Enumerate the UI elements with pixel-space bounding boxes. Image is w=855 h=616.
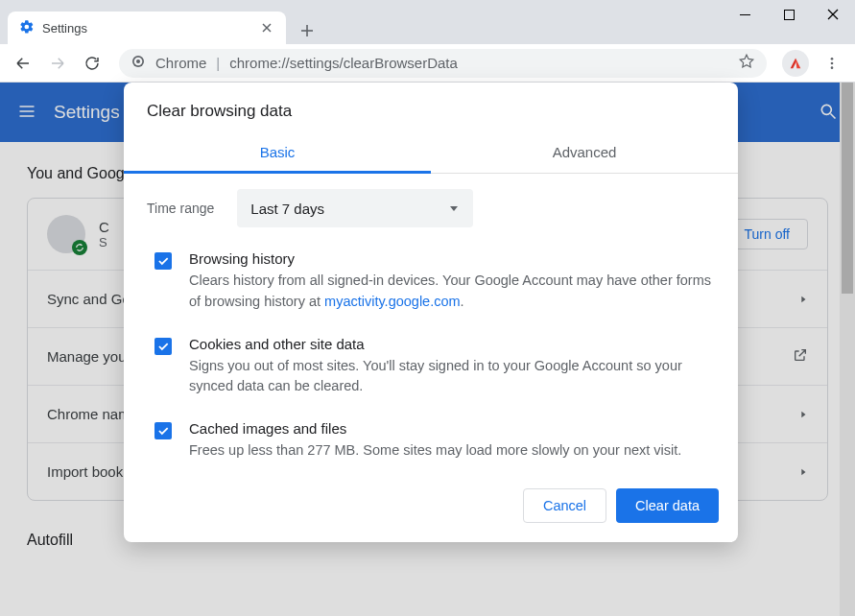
svg-point-10 bbox=[136, 59, 140, 63]
checkbox-cookies[interactable] bbox=[154, 338, 172, 355]
browser-toolbar: Chrome | chrome://settings/clearBrowserD… bbox=[0, 44, 855, 83]
window-controls bbox=[723, 0, 855, 29]
gear-icon bbox=[19, 19, 35, 37]
close-tab-icon[interactable] bbox=[259, 20, 274, 36]
svg-point-11 bbox=[831, 58, 834, 60]
browser-tab-settings[interactable]: Settings bbox=[8, 12, 286, 44]
svg-point-13 bbox=[831, 66, 834, 69]
cookies-title: Cookies and other site data bbox=[189, 336, 715, 352]
new-tab-button[interactable] bbox=[294, 17, 321, 44]
site-info-icon[interactable] bbox=[131, 54, 146, 72]
time-range-label: Time range bbox=[147, 201, 214, 216]
close-window-button[interactable] bbox=[811, 0, 855, 29]
time-range-select[interactable]: Last 7 days bbox=[237, 189, 473, 227]
option-cache[interactable]: Cached images and files Frees up less th… bbox=[147, 411, 715, 475]
svg-rect-1 bbox=[784, 10, 794, 19]
cache-desc: Frees up less than 277 MB. Some sites ma… bbox=[189, 440, 715, 462]
cache-title: Cached images and files bbox=[189, 420, 715, 437]
maximize-button[interactable] bbox=[767, 0, 811, 29]
history-desc: Clears history from all signed-in device… bbox=[189, 271, 715, 313]
svg-point-12 bbox=[831, 61, 834, 64]
url-path: chrome://settings/clearBrowserData bbox=[229, 55, 728, 71]
browser-menu-button[interactable] bbox=[817, 48, 847, 79]
url-divider: | bbox=[216, 55, 220, 71]
chevron-down-icon bbox=[448, 201, 460, 217]
tab-basic[interactable]: Basic bbox=[124, 132, 431, 173]
checkbox-history[interactable] bbox=[154, 252, 172, 270]
dialog-body: Time range Last 7 days Browsing history … bbox=[124, 174, 738, 483]
back-button[interactable] bbox=[8, 48, 38, 79]
tab-advanced[interactable]: Advanced bbox=[431, 132, 738, 173]
reload-button[interactable] bbox=[77, 48, 107, 79]
time-range-value: Last 7 days bbox=[250, 201, 324, 217]
dialog-title: Clear browsing data bbox=[124, 83, 738, 132]
bookmark-star-icon[interactable] bbox=[738, 53, 755, 73]
dialog-tabs: Basic Advanced bbox=[124, 132, 738, 174]
minimize-button[interactable] bbox=[723, 0, 767, 29]
cookies-desc: Signs you out of most sites. You'll stay… bbox=[189, 356, 715, 398]
clear-browsing-data-dialog: Clear browsing data Basic Advanced Time … bbox=[124, 83, 738, 542]
dialog-actions: Cancel Clear data bbox=[124, 483, 738, 527]
history-title: Browsing history bbox=[189, 250, 715, 267]
address-bar[interactable]: Chrome | chrome://settings/clearBrowserD… bbox=[119, 49, 767, 78]
forward-button[interactable] bbox=[42, 48, 73, 79]
url-product: Chrome bbox=[155, 55, 206, 71]
profile-avatar[interactable] bbox=[782, 50, 809, 77]
clear-data-button[interactable]: Clear data bbox=[616, 488, 719, 523]
option-cookies[interactable]: Cookies and other site data Signs you ou… bbox=[147, 326, 715, 412]
checkbox-cache[interactable] bbox=[154, 422, 172, 439]
myactivity-link[interactable]: myactivity.google.com bbox=[324, 294, 461, 309]
tab-title: Settings bbox=[42, 21, 251, 36]
option-browsing-history[interactable]: Browsing history Clears history from all… bbox=[147, 241, 715, 326]
cancel-button[interactable]: Cancel bbox=[523, 488, 606, 523]
